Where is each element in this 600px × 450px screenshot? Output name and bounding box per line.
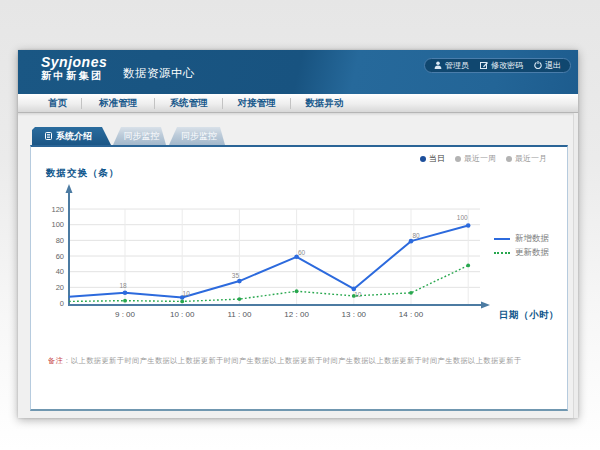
svg-text:20: 20 bbox=[56, 283, 64, 292]
tab-bar: 系统介绍 同步监控 同步监控 bbox=[32, 127, 225, 145]
svg-text:9 : 00: 9 : 00 bbox=[115, 310, 136, 319]
tab-sync-monitor-1[interactable]: 同步监控 bbox=[113, 127, 166, 145]
nav-item-interface-management[interactable]: 对接管理 bbox=[223, 94, 290, 112]
user-menu: 管理员 修改密码 退出 bbox=[424, 58, 571, 73]
svg-text:120: 120 bbox=[51, 205, 64, 214]
document-icon bbox=[45, 132, 52, 140]
svg-text:100: 100 bbox=[51, 220, 64, 229]
svg-text:100: 100 bbox=[457, 214, 468, 221]
tab-system-intro[interactable]: 系统介绍 bbox=[32, 127, 111, 145]
svg-text:35: 35 bbox=[232, 272, 240, 279]
user-menu-logout[interactable]: 退出 bbox=[534, 60, 561, 71]
user-menu-logout-label: 退出 bbox=[545, 60, 561, 71]
nav-item-home[interactable]: 首页 bbox=[34, 94, 81, 112]
legend-line-solid-icon bbox=[494, 238, 510, 240]
svg-text:40: 40 bbox=[56, 267, 64, 276]
svg-text:13 : 00: 13 : 00 bbox=[342, 310, 367, 319]
svg-text:80: 80 bbox=[412, 232, 420, 239]
browser-window: Synjones 新中新集团 数据资源中心 管理员 修改密码 退出 首页 标准管… bbox=[18, 50, 578, 418]
user-menu-change-password[interactable]: 修改密码 bbox=[480, 60, 523, 71]
user-menu-change-password-label: 修改密码 bbox=[491, 60, 523, 71]
nav-item-standard-management[interactable]: 标准管理 bbox=[82, 94, 154, 112]
tab-label: 同步监控 bbox=[124, 130, 160, 143]
legend-label: 更新数据 bbox=[515, 247, 549, 259]
svg-text:11 : 00: 11 : 00 bbox=[227, 310, 251, 319]
svg-text:12 : 00: 12 : 00 bbox=[284, 310, 309, 319]
edit-icon bbox=[480, 61, 488, 69]
app-header: Synjones 新中新集团 数据资源中心 管理员 修改密码 退出 bbox=[18, 50, 578, 94]
svg-text:0: 0 bbox=[60, 299, 64, 308]
main-nav: 首页 标准管理 系统管理 对接管理 数据异动 bbox=[18, 94, 578, 113]
logo-subtext: 新中新集团 bbox=[41, 70, 107, 82]
svg-text:60: 60 bbox=[56, 252, 64, 261]
power-icon bbox=[534, 61, 542, 69]
legend-line-dotted-icon bbox=[494, 252, 510, 254]
svg-text:80: 80 bbox=[56, 236, 64, 245]
tab-label: 同步监控 bbox=[181, 130, 217, 143]
page-content: 系统介绍 同步监控 同步监控 当日 最近一周 bbox=[18, 113, 578, 418]
line-chart: 0204060801001209 : 0010 : 0011 : 0012 : … bbox=[31, 147, 567, 409]
svg-text:14 : 00: 14 : 00 bbox=[399, 310, 424, 319]
user-menu-admin-label: 管理员 bbox=[445, 60, 469, 71]
user-icon bbox=[434, 61, 442, 69]
footnote: 备注：以上数据更新于时间产生数据以上数据更新于时间产生数据以上数据更新于时间产生… bbox=[48, 356, 559, 366]
legend-item-update-data[interactable]: 更新数据 bbox=[494, 248, 549, 257]
chart-legend: 新增数据 更新数据 bbox=[494, 234, 549, 257]
nav-item-system-management[interactable]: 系统管理 bbox=[155, 94, 222, 112]
footnote-prefix: 备注 bbox=[48, 356, 63, 365]
chart-panel: 当日 最近一周 最近一月 数据交换（条） 0204060801001209 : … bbox=[30, 145, 568, 411]
scrollbar-track[interactable] bbox=[573, 113, 578, 418]
tab-label: 系统介绍 bbox=[56, 130, 92, 143]
svg-text:10 : 00: 10 : 00 bbox=[170, 310, 195, 319]
nav-item-data-change[interactable]: 数据异动 bbox=[291, 94, 358, 112]
legend-label: 新增数据 bbox=[515, 233, 549, 245]
footnote-text: ：以上数据更新于时间产生数据以上数据更新于时间产生数据以上数据更新于时间产生数据… bbox=[63, 356, 521, 365]
tab-sync-monitor-2[interactable]: 同步监控 bbox=[169, 127, 225, 145]
page-title: 数据资源中心 bbox=[123, 66, 195, 81]
legend-item-new-data[interactable]: 新增数据 bbox=[494, 234, 549, 243]
logo[interactable]: Synjones 新中新集团 bbox=[41, 55, 107, 82]
user-menu-admin[interactable]: 管理员 bbox=[434, 60, 469, 71]
svg-text:日期（小时）: 日期（小时） bbox=[499, 309, 559, 321]
svg-text:60: 60 bbox=[298, 249, 306, 256]
svg-text:18: 18 bbox=[119, 282, 127, 289]
logo-text: Synjones bbox=[41, 55, 107, 69]
svg-text:10: 10 bbox=[183, 290, 191, 297]
